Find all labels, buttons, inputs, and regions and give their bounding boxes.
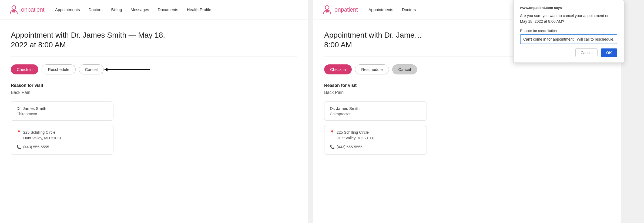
reason-label: Reason for visit xyxy=(11,83,297,88)
nav-documents[interactable]: Documents xyxy=(158,7,178,12)
cancel-button-2[interactable]: Cancel xyxy=(392,64,417,74)
cancel-button[interactable]: Cancel xyxy=(79,64,104,74)
reschedule-button-2[interactable]: Reschedule xyxy=(355,64,389,74)
title-divider xyxy=(11,57,297,57)
arrow-line xyxy=(107,69,150,70)
action-buttons-2: Check in Reschedule Cancel xyxy=(324,64,611,74)
doctor-specialty: Chiropractor xyxy=(16,112,108,116)
location-card-2: 📍 225 Schilling Circle Hunt Valley, MD 2… xyxy=(324,125,427,155)
checkin-button[interactable]: Check in xyxy=(11,64,38,74)
address-line2: Hunt Valley, MD 21031 xyxy=(23,136,62,140)
location-pin-icon-2: 📍 xyxy=(330,130,334,135)
location-card: 📍 225 Schilling Circle Hunt Valley, MD 2… xyxy=(11,125,113,155)
nav-bar: onpatient Appointments Doctors Billing M… xyxy=(0,0,308,19)
dialog-field-label: Reason for cancellation: xyxy=(520,29,617,33)
main-content: Appointment with Dr. James Smith — May 1… xyxy=(0,19,308,170)
logo[interactable]: onpatient xyxy=(9,5,44,15)
address-line1-2: 225 Schilling Circle xyxy=(337,130,369,135)
address-text: 225 Schilling Circle Hunt Valley, MD 210… xyxy=(23,130,62,141)
address-line2-2: Hunt Valley, MD 21031 xyxy=(337,136,375,140)
logo-icon xyxy=(9,5,19,15)
nav-appointments[interactable]: Appointments xyxy=(55,7,80,12)
cancel-dialog: www.onpatient.com says Are you sure you … xyxy=(513,0,624,63)
address-row: 📍 225 Schilling Circle Hunt Valley, MD 2… xyxy=(16,130,108,141)
arrow-annotation xyxy=(107,69,150,70)
reason-label-2: Reason for visit xyxy=(324,83,611,88)
dialog-ok-button[interactable]: OK xyxy=(601,48,617,57)
appointment-title: Appointment with Dr. James Smith — May 1… xyxy=(11,30,173,50)
appointment-title-2: Appointment with Dr. Jame…8:00 AM xyxy=(324,30,486,50)
svg-point-0 xyxy=(12,6,16,9)
nav-links-2: Appointments Doctors xyxy=(368,7,416,12)
logo-2[interactable]: onpatient xyxy=(322,5,358,15)
doctor-name: Dr. James Smith xyxy=(16,106,108,111)
nav-doctors-2[interactable]: Doctors xyxy=(402,7,416,12)
phone-row: 📞 (443) 555-5555 xyxy=(16,144,108,150)
dialog-actions: Cancel OK xyxy=(520,48,617,57)
nav-appointments-2[interactable]: Appointments xyxy=(368,7,393,12)
dialog-message: Are you sure you want to cancel your app… xyxy=(520,13,617,24)
brand-name-2: onpatient xyxy=(334,6,358,13)
reason-value: Back Pain xyxy=(11,90,297,95)
nav-doctors[interactable]: Doctors xyxy=(89,7,103,12)
nav-health-profile[interactable]: Health Profile xyxy=(187,7,211,12)
logo-icon-2 xyxy=(322,5,332,15)
reschedule-button[interactable]: Reschedule xyxy=(42,64,75,74)
brand-name: onpatient xyxy=(21,6,44,13)
doctor-card: Dr. James Smith Chiropractor xyxy=(11,101,113,121)
svg-point-1 xyxy=(325,6,329,9)
address-text-2: 225 Schilling Circle Hunt Valley, MD 210… xyxy=(337,130,375,141)
location-pin-icon: 📍 xyxy=(16,130,21,135)
reason-value-2: Back Pain xyxy=(324,90,611,95)
phone-icon: 📞 xyxy=(16,145,21,149)
dialog-source: www.onpatient.com says xyxy=(520,6,617,10)
doctor-name-2: Dr. James Smith xyxy=(330,106,421,111)
panel-before: onpatient Appointments Doctors Billing M… xyxy=(0,0,308,223)
address-line1: 225 Schilling Circle xyxy=(23,130,55,135)
action-buttons: Check in Reschedule Cancel xyxy=(11,64,297,74)
doctor-specialty-2: Chiropractor xyxy=(330,112,421,116)
phone-row-2: 📞 (443) 555-5555 xyxy=(330,144,421,150)
doctor-card-2: Dr. James Smith Chiropractor xyxy=(324,101,427,121)
nav-messages[interactable]: Messages xyxy=(130,7,149,12)
address-row-2: 📍 225 Schilling Circle Hunt Valley, MD 2… xyxy=(330,130,421,141)
phone-text-2: (443) 555-5555 xyxy=(337,144,363,150)
phone-icon-2: 📞 xyxy=(330,145,334,149)
nav-links: Appointments Doctors Billing Messages Do… xyxy=(55,7,211,12)
cancellation-reason-input[interactable] xyxy=(520,34,617,44)
panel-with-dialog: onpatient Appointments Doctors Appointme… xyxy=(313,0,621,223)
nav-billing[interactable]: Billing xyxy=(111,7,122,12)
phone-text: (443) 555-5555 xyxy=(23,144,49,150)
dialog-cancel-button[interactable]: Cancel xyxy=(575,48,598,57)
checkin-button-2[interactable]: Check in xyxy=(324,64,352,74)
